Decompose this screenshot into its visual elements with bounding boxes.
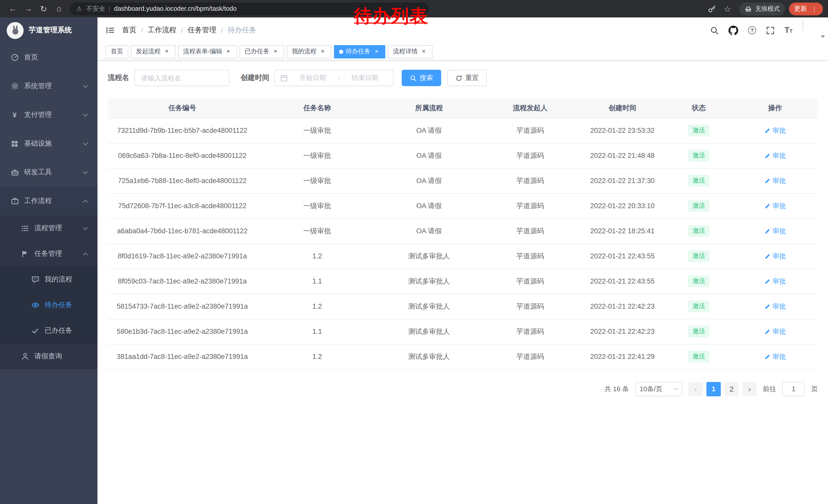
- next-page-button[interactable]: ›: [742, 382, 757, 396]
- browser-home-icon[interactable]: ⌂: [51, 2, 67, 16]
- tab-done-tasks[interactable]: 已办任务 ×: [240, 45, 284, 58]
- sidebar-item-home[interactable]: 首页: [0, 43, 97, 72]
- update-button[interactable]: 更新 ⋮: [789, 2, 823, 15]
- close-icon[interactable]: ×: [373, 48, 380, 55]
- tab-process-form-edit[interactable]: 流程表单-编辑 ×: [178, 45, 237, 58]
- sidebar-item-workflow[interactable]: 工作流程: [0, 187, 97, 215]
- cell-task-id: 381aa1dd-7ac8-11ec-a9e2-a2380e71991a: [108, 344, 257, 369]
- url-text[interactable]: dashboard.yudao.iocoder.cn/bpm/task/todo: [114, 5, 237, 12]
- column-header-created: 创建时间: [580, 98, 665, 118]
- table-row: 73211d9d-7b9b-11ec-b5b7-acde48001122 一级审…: [108, 118, 818, 143]
- cell-task-name: 1.2: [257, 344, 378, 369]
- tab-home[interactable]: 首页: [106, 45, 128, 58]
- table-row: 381aa1dd-7ac8-11ec-a9e2-a2380e71991a 1.2…: [108, 344, 818, 369]
- approve-link[interactable]: 审批: [764, 327, 786, 336]
- sidebar-item-my-process[interactable]: 我的流程: [0, 267, 97, 292]
- font-size-icon[interactable]: TT: [784, 26, 793, 34]
- tab-process-detail[interactable]: 流程详情 ×: [388, 45, 432, 58]
- prev-page-button[interactable]: ‹: [689, 382, 703, 396]
- back-icon[interactable]: ←: [5, 2, 20, 16]
- page-size-value: 10条/页: [640, 384, 662, 394]
- approve-link[interactable]: 审批: [764, 126, 786, 135]
- approve-link[interactable]: 审批: [764, 226, 786, 236]
- tab-todo-tasks[interactable]: 待办任务 ×: [334, 45, 385, 58]
- page-button-2[interactable]: 2: [724, 382, 739, 396]
- column-header-actions: 操作: [733, 98, 818, 118]
- approve-link[interactable]: 审批: [764, 251, 786, 261]
- close-icon[interactable]: ×: [420, 48, 427, 55]
- close-icon[interactable]: ×: [319, 48, 326, 55]
- cell-created: 2022-01-22 21:37:30: [580, 168, 665, 193]
- sidebar-item-system[interactable]: 系统管理: [0, 72, 97, 100]
- sidebar-item-label: 基础设施: [24, 139, 52, 148]
- chevron-down-icon: [83, 140, 88, 145]
- breadcrumb-separator: /: [221, 26, 223, 34]
- tab-initiate-process[interactable]: 发起流程 ×: [131, 45, 175, 58]
- sidebar-collapse-icon[interactable]: [106, 26, 115, 34]
- sidebar-item-label: 我的流程: [45, 275, 72, 284]
- cell-created: 2022-01-21 22:43:55: [580, 269, 665, 294]
- sidebar-item-process-management[interactable]: 流程管理: [0, 215, 97, 241]
- approve-link[interactable]: 审批: [764, 277, 786, 286]
- help-icon[interactable]: ?: [748, 26, 756, 34]
- calendar-icon: [280, 74, 288, 82]
- breadcrumb-item[interactable]: 任务管理: [188, 26, 216, 35]
- chevron-down-icon: [83, 225, 88, 230]
- sidebar-item-payment[interactable]: ¥ 支付管理: [0, 100, 97, 129]
- status-badge: 激活: [688, 150, 709, 162]
- sidebar-item-devtools[interactable]: 研发工具: [0, 158, 97, 187]
- cell-action: 审批: [733, 344, 818, 369]
- menu-dots-icon[interactable]: ⋮: [811, 5, 818, 12]
- close-icon[interactable]: ×: [272, 48, 279, 55]
- user-avatar[interactable]: [802, 21, 820, 39]
- approve-link-label: 审批: [773, 201, 786, 211]
- tab-my-process[interactable]: 我的流程 ×: [287, 45, 331, 58]
- sidebar-item-done-tasks[interactable]: 已办任务: [0, 318, 97, 343]
- start-date-input[interactable]: 开始日期: [290, 73, 336, 83]
- security-label[interactable]: 不安全: [86, 4, 106, 13]
- cell-process: 测试多审批人: [378, 294, 481, 319]
- approve-link[interactable]: 审批: [764, 201, 786, 211]
- sidebar-item-leave-query[interactable]: 请假查询: [0, 343, 97, 369]
- bookmark-star-icon[interactable]: ☆: [720, 2, 735, 16]
- cell-process: OA 请假: [378, 118, 481, 143]
- date-range-picker[interactable]: 开始日期 - 结束日期: [275, 70, 394, 86]
- page-size-select[interactable]: 10条/页: [635, 382, 682, 396]
- table-header-row: 任务编号 任务名称 所属流程 流程发起人 创建时间 状态 操作: [108, 98, 818, 118]
- flag-icon: [20, 249, 29, 258]
- avatar-image: [802, 21, 803, 31]
- close-icon[interactable]: ×: [163, 48, 170, 55]
- reload-icon[interactable]: ↻: [36, 2, 51, 16]
- reset-button[interactable]: 重置: [447, 70, 487, 86]
- search-icon[interactable]: [710, 26, 719, 35]
- page-button-1[interactable]: 1: [706, 382, 721, 396]
- app: 芋道管理系统 首页 系统管理 ¥ 支付管理 基础设施: [0, 17, 828, 504]
- sidebar-item-label: 待办任务: [45, 301, 72, 310]
- tab-label: 流程表单-编辑: [183, 47, 222, 56]
- column-header-status: 状态: [665, 98, 733, 118]
- cell-process: OA 请假: [378, 218, 481, 243]
- key-icon[interactable]: [704, 2, 720, 16]
- edit-icon: [764, 278, 771, 284]
- end-date-input[interactable]: 结束日期: [342, 73, 388, 83]
- approve-link[interactable]: 审批: [764, 352, 786, 361]
- cell-initiator: 芋道源码: [481, 168, 580, 193]
- close-icon[interactable]: ×: [225, 48, 232, 55]
- approve-link[interactable]: 审批: [764, 151, 786, 160]
- github-icon[interactable]: [729, 26, 738, 35]
- gear-icon: [10, 82, 19, 91]
- sidebar-item-infrastructure[interactable]: 基础设施: [0, 129, 97, 158]
- approve-link[interactable]: 审批: [764, 176, 786, 185]
- goto-page-input[interactable]: [782, 382, 805, 396]
- fullscreen-icon[interactable]: [766, 26, 775, 35]
- breadcrumb-item[interactable]: 首页: [122, 26, 136, 35]
- sidebar-item-todo-tasks[interactable]: 待办任务: [0, 292, 97, 318]
- approve-link[interactable]: 审批: [764, 302, 786, 311]
- cell-status: 激活: [665, 319, 733, 344]
- process-name-input[interactable]: [134, 70, 229, 86]
- forward-icon[interactable]: →: [20, 2, 36, 16]
- sidebar-item-task-management[interactable]: 任务管理: [0, 241, 97, 267]
- breadcrumb-item[interactable]: 工作流程: [148, 26, 176, 35]
- status-badge: 激活: [688, 275, 709, 287]
- search-button[interactable]: 搜索: [402, 70, 441, 86]
